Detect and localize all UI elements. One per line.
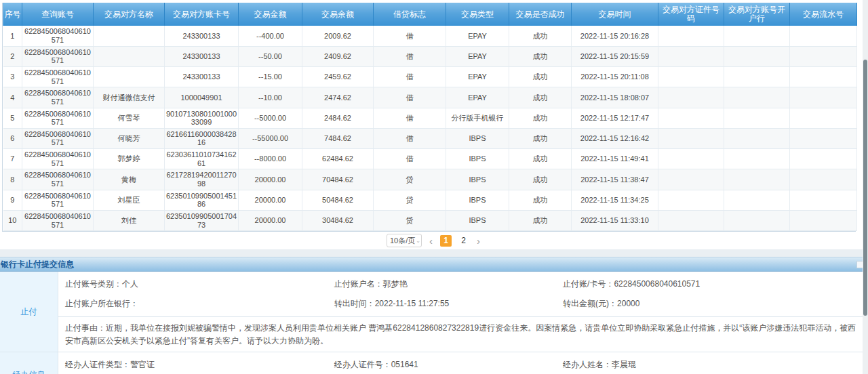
table-cell: 6228450068040610571: [22, 190, 94, 210]
vertical-scrollbar[interactable]: [863, 0, 868, 374]
table-cell: 2022-11-15 18:08:07: [572, 87, 658, 108]
column-header: 交易是否成功: [509, 3, 572, 26]
table-cell: IBPS: [446, 128, 509, 148]
table-cell: 分行版手机银行: [446, 108, 509, 128]
table-cell: 2009.62: [302, 26, 374, 46]
table-cell: [658, 149, 724, 169]
table-cell: 借: [374, 87, 446, 108]
table-cell: 243300133: [165, 46, 239, 66]
page-size-select[interactable]: 10条/页 ⌄: [387, 234, 422, 247]
column-header: 序号: [3, 3, 22, 26]
table-cell: 6228450068040610571: [22, 26, 94, 46]
page-button-1[interactable]: 1: [440, 235, 452, 247]
table-cell: [724, 108, 790, 128]
table-cell: 成功: [509, 149, 572, 169]
transfer-amount: 转出金额(元)：20000: [563, 298, 868, 310]
agent-name: 经办人姓名：李晨琨: [563, 359, 868, 371]
stop-group: 止付 止付账号类别：个人 止付账户名：郭梦艳 止付账/卡号：6228450068…: [0, 272, 868, 352]
table-cell: [790, 149, 857, 169]
column-header: 交易金额: [239, 3, 302, 26]
table-cell: 2459.62: [302, 66, 374, 87]
table-cell: IBPS: [446, 169, 509, 190]
table-cell: EPAY: [446, 46, 509, 66]
stop-account-name: 止付账户名：郭梦艳: [334, 278, 563, 290]
stop-payment-section-header: 银行卡止付提交信息: [0, 257, 868, 272]
table-cell: 6217281942001127098: [165, 169, 239, 190]
table-cell: [658, 46, 724, 66]
column-header: 交易对方证件号码: [658, 3, 724, 26]
stop-bank: 止付账户所在银行：: [65, 298, 334, 310]
table-cell: 贷: [374, 210, 446, 230]
page-button-2[interactable]: 2: [458, 235, 469, 247]
table-row: 16228450068040610571243300133--400.00200…: [3, 26, 857, 46]
stop-payment-section-title: 银行卡止付提交信息: [1, 259, 74, 270]
table-cell: [790, 26, 857, 46]
table-cell: [658, 190, 724, 210]
table-row: 46228450068040610571财付通微信支付1000049901--1…: [3, 87, 857, 108]
table-cell: [790, 128, 857, 148]
table-cell: 6235010990500145186: [165, 190, 239, 210]
table-cell: [658, 210, 724, 230]
table-cell: 2484.62: [302, 108, 374, 128]
pagination: 10条/页 ⌄ ‹ 1 2 ›: [0, 232, 868, 249]
table-cell: [790, 169, 857, 190]
table-cell: 2474.62: [302, 87, 374, 108]
table-row: 56228450068040610571何雪琴90107130801001000…: [3, 108, 857, 128]
table-cell: 成功: [509, 169, 572, 190]
table-cell: 何晓芳: [94, 128, 165, 148]
table-cell: [658, 26, 724, 46]
table-row: 66228450068040610571何晓芳62166116000038428…: [3, 128, 857, 148]
table-cell: 成功: [509, 66, 572, 87]
table-cell: --400.00: [239, 26, 302, 46]
prev-page-button[interactable]: ‹: [428, 236, 434, 246]
table-cell: 1: [3, 26, 22, 46]
table-cell: 借: [374, 149, 446, 169]
table-cell: 7: [3, 149, 22, 169]
stop-group-content: 止付账号类别：个人 止付账户名：郭梦艳 止付账/卡号：6228450068040…: [58, 272, 868, 352]
table-cell: 6228450068040610571: [22, 87, 94, 108]
table-cell: [658, 66, 724, 87]
agent-cert-type: 经办人证件类型：警官证: [65, 359, 334, 371]
table-cell: 243300133: [165, 66, 239, 87]
table-cell: [724, 87, 790, 108]
table-cell: --5000.00: [239, 108, 302, 128]
table-cell: 6228450068040610571: [22, 128, 94, 148]
table-cell: 20000.00: [239, 210, 302, 230]
table-cell: 成功: [509, 128, 572, 148]
table-cell: 20000.00: [239, 169, 302, 190]
scrollbar-thumb[interactable]: [863, 60, 867, 316]
table-cell: 20000.00: [239, 190, 302, 210]
table-cell: 成功: [509, 108, 572, 128]
table-cell: --55000.00: [239, 128, 302, 148]
agent-cert-no: 经办人证件号：051641: [334, 359, 563, 371]
table-cell: IBPS: [446, 190, 509, 210]
table-cell: 成功: [509, 46, 572, 66]
table-cell: [790, 46, 857, 66]
table-cell: 50484.62: [302, 190, 374, 210]
table-cell: [658, 87, 724, 108]
table-cell: 8: [3, 169, 22, 190]
table-cell: 2409.62: [302, 46, 374, 66]
table-cell: 62484.62: [302, 149, 374, 169]
table-row: 86228450068040610571黄梅621728194200112709…: [3, 169, 857, 190]
agent-group-label: 经办信息: [0, 352, 58, 374]
field-row: 经办人证件类型：警官证 经办人证件号：051641 经办人姓名：李晨琨: [58, 355, 868, 374]
stop-reason-text: 止付事由：近期，我单位在接报刘妮被骗警情中，发现涉案人员利用贵单位相关账户 曹鸿…: [58, 316, 868, 352]
stop-card-no: 止付账/卡号：6228450068040610571: [563, 278, 868, 290]
table-cell: 6228450068040610571: [22, 108, 94, 128]
table-row: 76228450068040610571郭梦婷62303611010734162…: [3, 149, 857, 169]
table-cell: [790, 87, 857, 108]
table-cell: 借: [374, 66, 446, 87]
table-cell: 借: [374, 46, 446, 66]
table-cell: 6216611600003842816: [165, 128, 239, 148]
stop-group-label: 止付: [0, 272, 58, 352]
column-header: 交易对方账号开户行: [724, 3, 790, 26]
transfer-time: 转出时间：2022-11-15 11:27:55: [334, 298, 563, 310]
table-cell: [790, 108, 857, 128]
table-cell: 财付通微信支付: [94, 87, 165, 108]
next-page-button[interactable]: ›: [475, 236, 481, 246]
table-cell: 2022-11-15 11:33:10: [572, 210, 658, 230]
table-cell: 2022-11-15 20:15:59: [572, 46, 658, 66]
column-header: 交易对方账卡号: [165, 3, 239, 26]
table-cell: 7484.62: [302, 128, 374, 148]
